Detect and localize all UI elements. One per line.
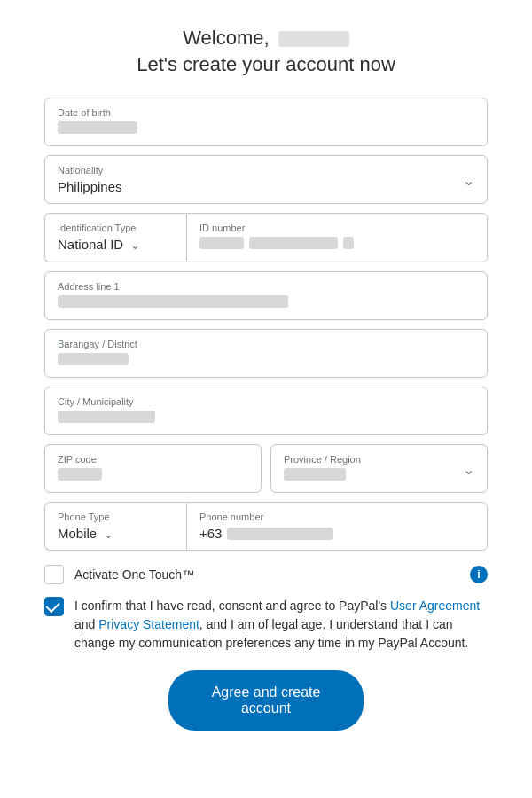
province-field[interactable]: Province / Region ⌄: [270, 444, 488, 493]
id-number-label: ID number: [200, 223, 474, 233]
province-blurred: [284, 468, 346, 481]
zip-code-value: [58, 468, 248, 483]
province-dropdown-icon: ⌄: [463, 460, 474, 477]
form-container: Date of birth Nationality Philippines ⌄ …: [44, 98, 488, 731]
barangay-value: [58, 353, 474, 368]
agree-checkbox[interactable]: [44, 597, 64, 616]
date-of-birth-value: [58, 121, 474, 137]
identification-type-label: Identification Type: [58, 223, 174, 233]
one-touch-checkbox[interactable]: [44, 565, 64, 584]
province-value: [284, 468, 474, 483]
phone-row: Phone Type Mobile ⌄ Phone number +63: [44, 502, 488, 551]
agree-row: I confirm that I have read, consent and …: [44, 597, 488, 653]
username-placeholder: [278, 31, 349, 47]
identification-row: Identification Type National ID ⌄ ID num…: [44, 213, 488, 262]
address-line1-label: Address line 1: [58, 281, 474, 292]
city-label: City / Municipality: [58, 396, 474, 407]
phone-number-blurred: [227, 528, 333, 540]
info-icon[interactable]: i: [470, 566, 488, 583]
phone-number-label: Phone number: [200, 512, 474, 522]
zip-code-blurred: [58, 468, 102, 481]
address-line1-blurred: [58, 295, 288, 308]
agree-text-before: I confirm that I have read, consent and …: [74, 598, 390, 613]
city-field[interactable]: City / Municipality: [44, 387, 488, 435]
identification-type-value: National ID ⌄: [58, 237, 174, 252]
checkboxes-section: Activate One Touch™ i I confirm that I h…: [44, 565, 488, 653]
address-line1-value: [58, 295, 474, 310]
id-number-value: [200, 237, 354, 249]
one-touch-label: Activate One Touch™: [74, 566, 459, 584]
agree-text: I confirm that I have read, consent and …: [74, 597, 488, 653]
date-of-birth-label: Date of birth: [58, 107, 474, 118]
nationality-label: Nationality: [58, 165, 474, 176]
page-header: Welcome, Let's create your account now: [18, 27, 514, 76]
phone-number-field[interactable]: Phone number +63: [186, 502, 488, 551]
phone-type-value: Mobile ⌄: [58, 526, 174, 541]
privacy-statement-link[interactable]: Privacy Statement: [98, 617, 200, 631]
date-of-birth-field[interactable]: Date of birth: [44, 98, 488, 146]
identification-type-field[interactable]: Identification Type National ID ⌄: [44, 213, 186, 262]
phone-prefix: +63: [200, 526, 222, 541]
nationality-field[interactable]: Nationality Philippines ⌄: [44, 155, 488, 204]
barangay-field[interactable]: Barangay / District: [44, 329, 488, 378]
date-of-birth-blurred: [58, 121, 137, 134]
phone-type-dropdown-icon: ⌄: [104, 528, 113, 541]
province-label: Province / Region: [284, 454, 474, 465]
user-agreement-link[interactable]: User Agreement: [390, 598, 480, 613]
welcome-title: Welcome,: [18, 27, 514, 50]
city-value: [58, 411, 474, 426]
nationality-dropdown-icon: ⌄: [463, 171, 474, 188]
phone-type-field[interactable]: Phone Type Mobile ⌄: [44, 502, 186, 551]
address-line1-field[interactable]: Address line 1: [44, 271, 488, 320]
barangay-blurred: [58, 353, 129, 365]
phone-number-value: +63: [200, 526, 474, 541]
zip-code-field[interactable]: ZIP code: [44, 444, 262, 493]
agree-and: and: [74, 617, 98, 631]
city-blurred: [58, 411, 155, 423]
barangay-label: Barangay / District: [58, 339, 474, 349]
agree-create-account-button[interactable]: Agree and create account: [168, 670, 364, 731]
id-type-dropdown-icon: ⌄: [130, 239, 140, 252]
zip-code-label: ZIP code: [58, 454, 248, 465]
zip-province-row: ZIP code Province / Region ⌄: [44, 444, 488, 493]
nationality-value: Philippines: [58, 179, 474, 194]
one-touch-row: Activate One Touch™ i: [44, 565, 488, 584]
id-number-field[interactable]: ID number: [186, 213, 488, 262]
phone-type-label: Phone Type: [58, 512, 174, 522]
subtitle: Let's create your account now: [18, 53, 514, 76]
